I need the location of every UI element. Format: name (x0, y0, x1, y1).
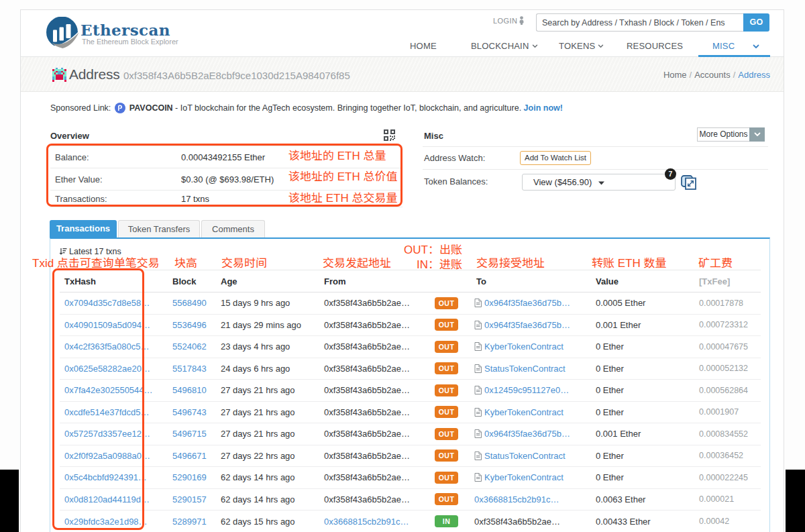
contract-icon (474, 408, 482, 417)
sponsored-link-row: Sponsored Link: PAVOCOIN - IoT blockchai… (50, 102, 563, 114)
col-header-to: To (476, 270, 486, 292)
block-link[interactable]: 5568490 (172, 292, 207, 314)
direction-badge: OUT (435, 445, 458, 467)
out-badge: OUT (435, 493, 458, 505)
out-badge: OUT (435, 472, 458, 484)
col-header-value: Value (596, 270, 619, 292)
search-box (536, 13, 743, 32)
transaction-row: 0x57257d3357ee12… 5496715 27 days 21 hrs… (60, 423, 761, 445)
qr-code-icon[interactable] (384, 129, 395, 141)
to-address-text[interactable]: KyberTokenContract (484, 341, 564, 352)
chevron-down-icon (532, 44, 538, 48)
breadcrumb-home[interactable]: Home (663, 70, 687, 80)
tab-token-transfers[interactable]: Token Transfers (118, 220, 200, 237)
sponsored-cta-link[interactable]: Join now! (524, 103, 563, 113)
nav-item-home[interactable]: HOME (410, 41, 437, 51)
expand-token-balances-icon[interactable] (681, 175, 696, 190)
block-link[interactable]: 5536496 (172, 315, 207, 336)
nav-item-resources[interactable]: RESOURCES (627, 41, 683, 51)
to-address-text[interactable]: 0x3668815cb2b91c… (474, 494, 559, 504)
age-value: 27 days 21 hrs ago (221, 402, 295, 423)
block-link[interactable]: 5290169 (172, 467, 207, 488)
nav-item-misc[interactable]: MISC (712, 41, 735, 51)
from-address: 0xf358f43a6b5b2ae… (324, 315, 410, 336)
to-address-text[interactable]: StatusTokenContract (484, 451, 566, 461)
page-title: Address (69, 66, 120, 83)
block-link[interactable]: 5496715 (172, 423, 207, 445)
nav-item-tokens[interactable]: TOKENS (559, 41, 595, 51)
transaction-row: 0x7094d35c7d8e58… 5568490 15 days 9 hrs … (60, 292, 761, 315)
more-options-label[interactable]: More Options (697, 127, 749, 142)
contract-icon (474, 364, 482, 373)
to-address: 0x964f35fae36d75b… (474, 423, 570, 445)
out-badge: OUT (435, 428, 458, 440)
txfee-value: 0.000052132 (699, 358, 748, 380)
to-address-text[interactable]: StatusTokenContract (484, 364, 566, 374)
nav-item-blockchain[interactable]: BLOCKCHAIN (471, 41, 529, 51)
age-value: 62 days 14 hrs ago (221, 489, 295, 511)
annotation-box-txhash-column (52, 268, 144, 530)
block-link[interactable]: 5496810 (172, 380, 207, 401)
breadcrumb-accounts[interactable]: Accounts (694, 70, 730, 80)
address-watch-label: Address Watch: (424, 153, 485, 163)
contract-icon (474, 299, 482, 307)
direction-badge: IN (435, 511, 458, 532)
token-count-badge: 7 (665, 168, 676, 180)
out-badge: OUT (435, 384, 458, 396)
to-address-text[interactable]: KyberTokenContract (484, 472, 564, 482)
block-link[interactable]: 5289971 (172, 511, 207, 532)
token-balances-label: Token Balances: (424, 176, 488, 187)
login-link[interactable]: LOGIN (493, 17, 517, 25)
tab-comments[interactable]: Comments (201, 220, 265, 237)
direction-badge: OUT (435, 292, 458, 314)
table-header-row: TxHash Block Age From To Value [TxFee] (60, 270, 761, 292)
transactions-table: TxHash Block Age From To Value [TxFee] 0… (60, 270, 761, 532)
chevron-down-icon[interactable] (753, 44, 759, 49)
contract-icon (474, 429, 482, 438)
more-options-caret[interactable] (749, 127, 765, 142)
block-link[interactable]: 5517843 (172, 358, 207, 380)
to-address: KyberTokenContract (474, 402, 564, 423)
to-address-text[interactable]: KyberTokenContract (484, 407, 564, 417)
out-badge: OUT (435, 406, 458, 418)
token-balances-dropdown[interactable]: View ($456.90) (522, 174, 676, 191)
block-link[interactable]: 5290157 (172, 489, 207, 511)
annotation-balance: 该地址的 ETH 总量 (288, 146, 386, 163)
direction-badge: OUT (435, 336, 458, 358)
age-value: 27 days 21 hrs ago (221, 380, 295, 401)
age-value: 62 days 14 hrs ago (221, 467, 295, 488)
age-value: 62 days 15 hrs ago (221, 511, 295, 532)
txfee-value: 0.000834552 (699, 423, 748, 445)
value-amount: 0.0063 Ether (596, 489, 645, 511)
from-address: 0xf358f43a6b5b2ae… (324, 489, 410, 511)
from-address[interactable]: 0x3668815cb2b91c… (324, 511, 409, 532)
sponsored-name[interactable]: PAVOCOIN (129, 103, 173, 113)
value-amount: 0 Ether (596, 467, 624, 488)
logo-title[interactable]: Etherscan (80, 21, 170, 39)
misc-table-divider (423, 169, 768, 170)
to-address-text[interactable]: 0x964f35fae36d75b… (484, 429, 570, 439)
txfee-value: 0.000021 (699, 489, 734, 511)
search-input[interactable] (537, 14, 743, 31)
to-address-text[interactable]: 0x964f35fae36d75b… (484, 320, 570, 330)
annotation-fee: 矿工费 (698, 254, 733, 270)
value-amount: 0 Ether (596, 358, 624, 380)
to-address-text[interactable]: 0x964f35fae36d75b… (484, 298, 570, 308)
block-link[interactable]: 5496743 (172, 402, 207, 423)
txfee-value: 0.00017878 (699, 292, 743, 314)
tab-transactions[interactable]: Transactions (50, 220, 117, 237)
block-link[interactable]: 5496671 (172, 445, 207, 467)
to-address: KyberTokenContract (474, 336, 564, 358)
address-value: 0xf358f43A6b5B2aE8cbf9ce1030d215A984076f… (123, 70, 350, 81)
search-go-button[interactable]: GO (743, 13, 769, 32)
to-address-text[interactable]: 0x12459c951127e0… (484, 385, 569, 395)
chevron-down-icon (598, 44, 604, 48)
chevron-down-icon (754, 132, 761, 137)
transaction-row: 0x29bfdc3a2e1d98… 5289971 62 days 15 hrs… (60, 511, 761, 532)
more-options-button[interactable]: More Options (697, 127, 765, 142)
add-to-watch-list-button[interactable]: Add To Watch List (520, 151, 591, 165)
block-link[interactable]: 5524062 (172, 336, 207, 358)
etherscan-logo-icon[interactable] (46, 17, 79, 49)
annotation-block: 块高 (174, 254, 197, 270)
screen-edge-right (786, 470, 805, 532)
